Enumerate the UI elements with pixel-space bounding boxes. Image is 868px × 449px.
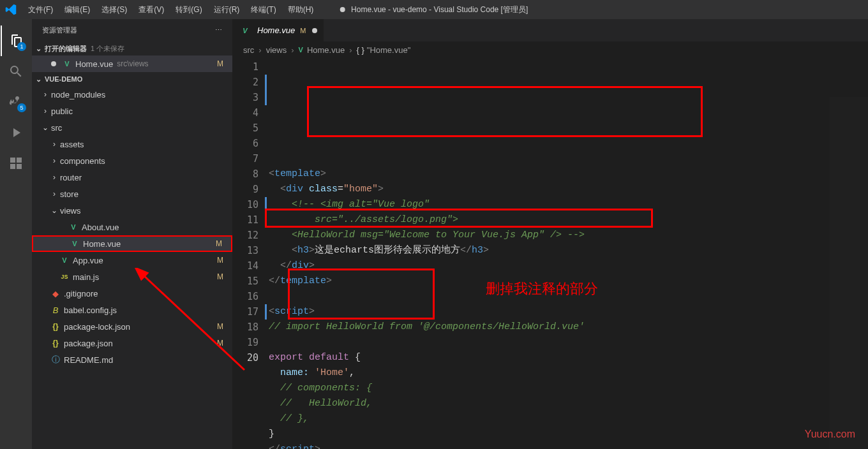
code-line[interactable]: // import HelloWorld from '@/components/… bbox=[269, 320, 868, 335]
folder-item[interactable]: ›router bbox=[32, 169, 232, 186]
file-item[interactable]: VApp.vueM bbox=[32, 252, 232, 269]
vue-icon: V bbox=[239, 27, 251, 34]
folder-item[interactable]: ›public bbox=[32, 103, 232, 119]
vue-icon: V bbox=[59, 256, 70, 264]
code-line[interactable]: src="../assets/logo.png"> bbox=[269, 212, 868, 228]
js-icon: JS bbox=[59, 274, 70, 280]
chevron-right-icon: › bbox=[41, 90, 50, 99]
menu-view[interactable]: 查看(V) bbox=[133, 2, 169, 18]
vue-icon: V bbox=[299, 46, 303, 54]
window-title-text: Home.vue - vue-demo - Visual Studio Code… bbox=[351, 5, 528, 14]
code-line[interactable]: } bbox=[269, 427, 868, 442]
open-editor-path: src\views bbox=[117, 59, 148, 68]
activity-search[interactable] bbox=[1, 56, 31, 87]
editor-tabs: V Home.vue M bbox=[233, 19, 868, 41]
more-icon[interactable]: ⋯ bbox=[215, 26, 222, 34]
file-item[interactable]: VAbout.vue bbox=[32, 219, 232, 235]
menu-help[interactable]: 帮助(H) bbox=[283, 2, 319, 18]
git-status: M bbox=[217, 322, 223, 331]
menu-edit[interactable]: 编辑(E) bbox=[59, 2, 95, 18]
open-editor-name: Home.vue bbox=[75, 59, 113, 69]
folder-item[interactable]: ›assets bbox=[32, 136, 232, 152]
crumb[interactable]: src bbox=[243, 45, 254, 55]
file-item[interactable]: {}package-lock.jsonM bbox=[32, 318, 232, 335]
code-line[interactable]: <div class="home"> bbox=[269, 182, 868, 197]
open-editor-item[interactable]: V Home.vue src\views M bbox=[32, 55, 232, 72]
folder-item[interactable]: ⌄src bbox=[32, 119, 232, 136]
project-header[interactable]: ⌄ VUE-DEMO bbox=[32, 72, 232, 86]
extensions-icon bbox=[8, 156, 24, 171]
dirty-icon bbox=[51, 61, 56, 66]
breadcrumbs[interactable]: src › views › V Home.vue › { } "Home.vue… bbox=[233, 41, 868, 58]
file-name: README.md bbox=[64, 355, 113, 365]
tab-home-vue[interactable]: V Home.vue M bbox=[233, 19, 324, 41]
git-status: M bbox=[216, 239, 222, 248]
tab-status: M bbox=[300, 27, 306, 34]
code-line[interactable]: // HelloWorld, bbox=[269, 396, 868, 411]
code-line[interactable]: name: 'Home', bbox=[269, 365, 868, 381]
code-line[interactable]: <h3>这是echarts图形待会展示的地方</h3> bbox=[269, 243, 868, 258]
git-status: M bbox=[217, 339, 223, 348]
folder-name: components bbox=[60, 156, 105, 166]
file-item[interactable]: JSmain.jsM bbox=[32, 269, 232, 285]
file-name: About.vue bbox=[82, 223, 119, 232]
file-item[interactable]: ⓘREADME.md bbox=[32, 351, 232, 368]
code-content[interactable]: 删掉我注释的部分 <template> <div class="home"> <… bbox=[269, 58, 868, 449]
chevron-down-icon: ⌄ bbox=[36, 45, 45, 53]
menu-select[interactable]: 选择(S) bbox=[96, 2, 132, 18]
code-line[interactable]: </div> bbox=[269, 258, 868, 274]
vscode-logo-icon bbox=[5, 4, 17, 15]
file-name: package-lock.json bbox=[64, 322, 130, 332]
folder-name: assets bbox=[60, 140, 84, 149]
activity-extensions[interactable] bbox=[1, 148, 31, 179]
file-name: App.vue bbox=[73, 256, 103, 265]
file-name: Home.vue bbox=[83, 239, 121, 249]
file-name: package.json bbox=[64, 339, 113, 348]
json-icon: {} bbox=[50, 339, 61, 348]
crumb[interactable]: "Home.vue" bbox=[367, 45, 410, 55]
crumb[interactable]: views bbox=[266, 45, 287, 55]
folder-item[interactable]: ›components bbox=[32, 152, 232, 169]
code-line[interactable]: <!-- <img alt="Vue logo" bbox=[269, 197, 868, 212]
title-bar: 文件(F) 编辑(E) 选择(S) 查看(V) 转到(G) 运行(R) 终端(T… bbox=[0, 0, 868, 19]
open-editors-header[interactable]: ⌄ 打开的编辑器 1 个未保存 bbox=[32, 41, 232, 55]
folder-name: node_modules bbox=[51, 90, 105, 99]
code-line[interactable]: </script> bbox=[269, 442, 868, 449]
code-line[interactable] bbox=[269, 335, 868, 350]
chevron-right-icon: › bbox=[50, 189, 59, 198]
chevron-right-icon: › bbox=[50, 140, 59, 149]
menu-file[interactable]: 文件(F) bbox=[23, 2, 58, 18]
folder-name: views bbox=[60, 206, 81, 216]
sidebar-header: 资源管理器 ⋯ bbox=[32, 19, 232, 41]
chevron-right-icon: › bbox=[349, 45, 352, 55]
file-item[interactable]: VHome.vueM bbox=[32, 235, 232, 252]
menu-goto[interactable]: 转到(G) bbox=[170, 2, 207, 18]
search-icon bbox=[8, 64, 24, 79]
activity-debug[interactable] bbox=[1, 117, 31, 148]
code-line[interactable]: <template> bbox=[269, 166, 868, 182]
crumb[interactable]: Home.vue bbox=[307, 45, 345, 55]
file-name: main.js bbox=[73, 272, 99, 282]
code-editor[interactable]: 1234567891011121314151617181920 删掉我注释的部分… bbox=[233, 58, 868, 449]
minimap[interactable] bbox=[830, 97, 868, 449]
code-line[interactable]: <HelloWorld msg="Welcome to Your Vue.js … bbox=[269, 228, 868, 243]
file-item[interactable]: ◆.gitignore bbox=[32, 285, 232, 302]
folder-item[interactable]: ›node_modules bbox=[32, 86, 232, 103]
info-icon: ⓘ bbox=[50, 354, 61, 365]
activity-scm[interactable]: 5 bbox=[1, 87, 31, 117]
file-item[interactable]: {}package.jsonM bbox=[32, 335, 232, 351]
activity-explorer[interactable]: 1 bbox=[1, 26, 31, 56]
menu-terminal[interactable]: 终端(T) bbox=[246, 2, 281, 18]
code-line[interactable]: // components: { bbox=[269, 381, 868, 396]
annotation-text: 删掉我注释的部分 bbox=[486, 281, 598, 297]
annotation-box bbox=[307, 86, 703, 137]
folder-item[interactable]: ›store bbox=[32, 186, 232, 202]
menu-run[interactable]: 运行(R) bbox=[209, 2, 245, 18]
file-item[interactable]: Bbabel.config.js bbox=[32, 302, 232, 318]
folder-name: router bbox=[60, 173, 82, 182]
sidebar: 资源管理器 ⋯ ⌄ 打开的编辑器 1 个未保存 V Home.vue src\v… bbox=[32, 19, 233, 449]
code-line[interactable]: <script> bbox=[269, 304, 868, 320]
code-line[interactable]: // }, bbox=[269, 411, 868, 427]
code-line[interactable]: export default { bbox=[269, 350, 868, 365]
folder-item[interactable]: ⌄views bbox=[32, 202, 232, 219]
